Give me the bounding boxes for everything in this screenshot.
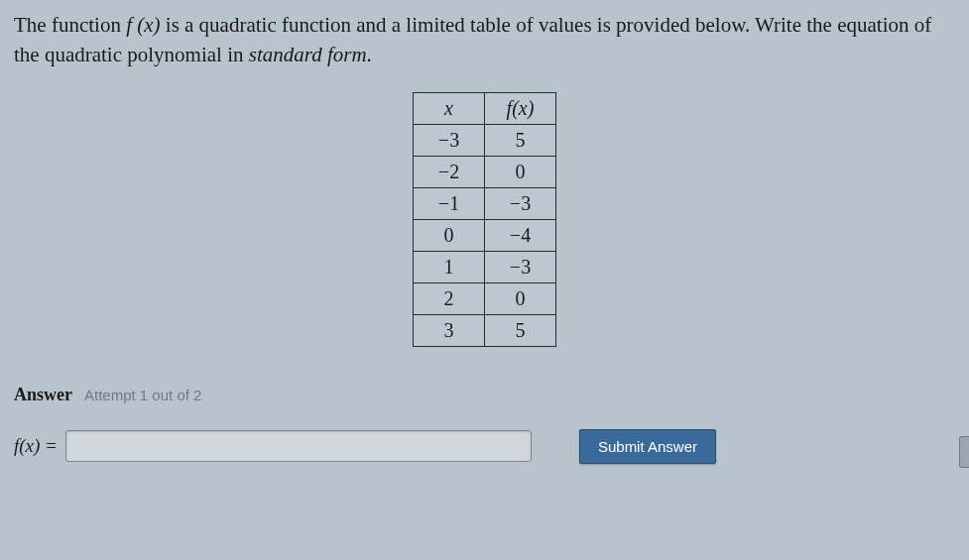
table-row: 0−4: [414, 219, 556, 251]
attempt-text: Attempt 1 out of 2: [84, 387, 201, 403]
header-fx: f(x): [485, 92, 556, 124]
answer-label: Answer: [14, 385, 72, 405]
answer-input-row: f(x) = Submit Answer: [14, 429, 955, 464]
fx-equals-label: f(x) =: [14, 435, 58, 457]
side-tab-icon[interactable]: [959, 436, 969, 468]
prompt-fn: f (x): [126, 13, 160, 37]
prompt-part1: The function: [14, 13, 126, 37]
table-header-row: x f(x): [414, 92, 556, 124]
answer-input[interactable]: [65, 430, 532, 462]
table-row: −20: [414, 156, 556, 187]
header-x: x: [414, 92, 485, 124]
table-row: 1−3: [414, 251, 556, 282]
values-table: x f(x) −35 −20 −1−3 0−4 1−3 20 35: [413, 92, 556, 347]
question-prompt: The function f (x) is a quadratic functi…: [14, 10, 955, 70]
submit-answer-button[interactable]: Submit Answer: [579, 429, 716, 464]
answer-header: Answer Attempt 1 out of 2: [14, 385, 955, 405]
prompt-emph: standard form: [249, 43, 367, 66]
table-row: −1−3: [414, 187, 556, 219]
table-row: 20: [414, 282, 556, 314]
table-row: 35: [414, 314, 556, 346]
prompt-part3: .: [367, 43, 372, 66]
table-row: −35: [414, 124, 556, 156]
